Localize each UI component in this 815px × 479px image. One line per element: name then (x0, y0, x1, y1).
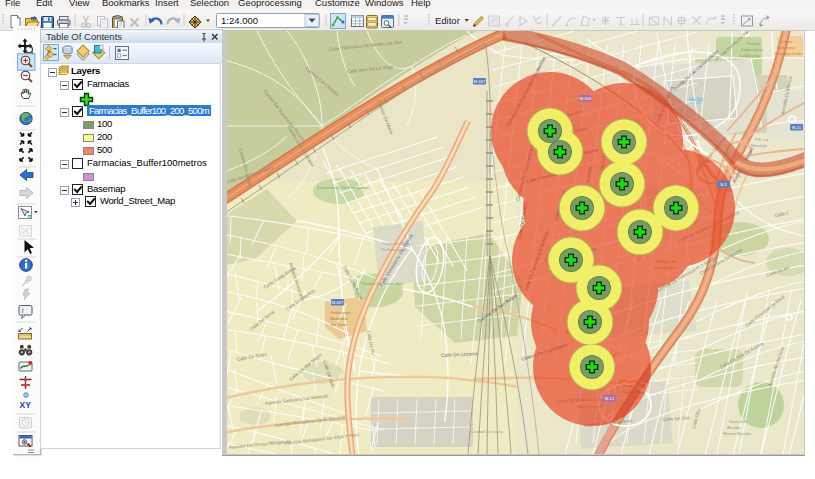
svg-text:XY: XY (20, 400, 32, 410)
svg-text:M-607: M-607 (474, 79, 487, 84)
svg-text:Ciudades Kleras: Ciudades Kleras (383, 241, 412, 246)
svg-text:1:24.000: 1:24.000 (221, 15, 258, 26)
svg-text:Vierta Del: Vierta Del (729, 419, 747, 424)
svg-text:M-603: M-603 (580, 96, 593, 101)
svg-text:M-11: M-11 (792, 125, 802, 130)
svg-text:Ciudad De Lasso: Ciudad De Lasso (471, 429, 504, 434)
svg-text:Centro: Centro (780, 39, 793, 44)
svg-text:Dazia-C: Dazia-C (689, 97, 704, 102)
svg-text:M-12: M-12 (605, 396, 615, 401)
svg-text:Cementerio De Fuencarral: Cementerio De Fuencarral (317, 185, 369, 190)
svg-text:N-1: N-1 (720, 182, 727, 187)
svg-text:La Moraleja: La Moraleja (739, 53, 761, 58)
svg-text:Moraleja Green: Moraleja Green (775, 51, 803, 56)
svg-text:Madrileña: Madrileña (330, 316, 348, 321)
svg-text:Montes Bureles: Montes Bureles (723, 431, 751, 436)
svg-text:Federación: Federación (331, 310, 351, 315)
svg-text:P.E. La: P.E. La (755, 137, 769, 142)
svg-text:De Fuencarral: De Fuencarral (381, 247, 406, 252)
svg-text:Comercial: Comercial (777, 45, 795, 50)
svg-text:Moraleja: Moraleja (751, 143, 768, 148)
svg-text:i: i (22, 307, 23, 314)
svg-text:M-607: M-607 (332, 300, 345, 305)
svg-text:Parque: Parque (747, 41, 761, 46)
svg-text:Empresarial: Empresarial (741, 47, 762, 52)
svg-text:De Tenis: De Tenis (331, 322, 347, 327)
svg-text:Editor: Editor (435, 15, 460, 26)
svg-text:Alcalde: Alcalde (727, 425, 741, 430)
